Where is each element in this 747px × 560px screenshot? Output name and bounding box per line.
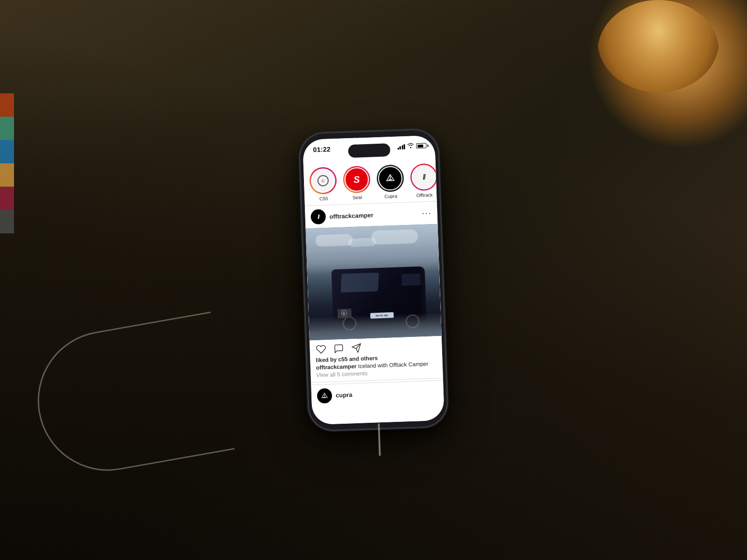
- comment-button[interactable]: [333, 343, 345, 355]
- story-avatar-seat: S: [344, 167, 369, 192]
- story-item-offtrack[interactable]: // Offtrack: [410, 163, 437, 198]
- story-label-c55: C55: [319, 196, 328, 202]
- license-plate: HH-OC 380: [370, 312, 393, 319]
- signal-bar-2: [400, 146, 401, 149]
- offtrack-logo-icon: //: [423, 173, 425, 182]
- story-avatar-c55: ©: [310, 168, 336, 193]
- c55-logo-icon: ©: [317, 174, 330, 188]
- cupra-bottom-logo-icon: [320, 391, 330, 400]
- books: [0, 93, 14, 233]
- seat-logo-icon: S: [353, 174, 360, 185]
- like-button[interactable]: [315, 343, 327, 355]
- signal-bar-3: [402, 145, 403, 149]
- van-side-window: [402, 273, 421, 286]
- post-avatar[interactable]: //: [310, 209, 326, 224]
- dynamic-island: [348, 143, 390, 158]
- battery-icon: [416, 143, 426, 148]
- signal-icon: [397, 143, 405, 149]
- signal-bar-4: [403, 144, 405, 149]
- instagram-feed[interactable]: © C55 S Seat: [303, 159, 444, 425]
- bottom-post-avatar: [317, 388, 332, 403]
- license-plate-text: HH-OC 380: [376, 314, 388, 317]
- stories-row[interactable]: © C55 S Seat: [303, 159, 437, 206]
- story-item-seat[interactable]: S Seat: [343, 166, 371, 201]
- story-label-cupra: Cupra: [384, 194, 397, 199]
- cloud-1: [315, 234, 353, 247]
- phone-screen: 01:22: [303, 135, 444, 425]
- story-ring-c55[interactable]: ©: [309, 167, 337, 195]
- story-avatar-offtrack: //: [411, 165, 437, 190]
- post-more-button[interactable]: ···: [422, 208, 432, 218]
- battery-fill: [417, 144, 423, 147]
- story-ring-cupra[interactable]: [376, 164, 404, 192]
- story-label-seat: Seat: [352, 195, 362, 200]
- story-avatar-cupra: [378, 166, 403, 191]
- post-username[interactable]: offtrackcamper: [329, 210, 418, 220]
- post-avatar-icon: //: [317, 214, 319, 220]
- story-label-offtrack: Offtrack: [416, 192, 433, 198]
- story-item-c55[interactable]: © C55: [309, 167, 338, 202]
- status-time: 01:22: [313, 146, 331, 154]
- story-ring-offtrack[interactable]: //: [410, 163, 437, 191]
- post-caption: liked by c55 and others offtrackcamper I…: [310, 352, 443, 380]
- status-icons: [397, 142, 427, 150]
- bottom-post-username[interactable]: cupra: [336, 391, 352, 399]
- post-image[interactable]: ★ HH-OC 380: [306, 224, 442, 341]
- heart-icon: [316, 344, 326, 355]
- share-icon: [351, 343, 362, 353]
- svg-text:©: ©: [322, 179, 325, 183]
- phone-device: 01:22: [300, 130, 448, 431]
- cloud-3: [371, 229, 418, 245]
- signal-bar-1: [397, 147, 399, 149]
- comment-icon: [333, 343, 344, 354]
- bottom-post-preview[interactable]: cupra: [311, 380, 444, 407]
- wifi-icon: [407, 142, 414, 149]
- cupra-logo-icon: [383, 171, 397, 186]
- share-button[interactable]: [351, 342, 362, 354]
- caption-username: offtrackcamper: [316, 363, 357, 371]
- phone-wrapper: 01:22: [300, 130, 448, 431]
- story-ring-seat[interactable]: S: [343, 166, 371, 194]
- story-item-cupra[interactable]: Cupra: [376, 164, 405, 199]
- van-windshield: [340, 273, 379, 293]
